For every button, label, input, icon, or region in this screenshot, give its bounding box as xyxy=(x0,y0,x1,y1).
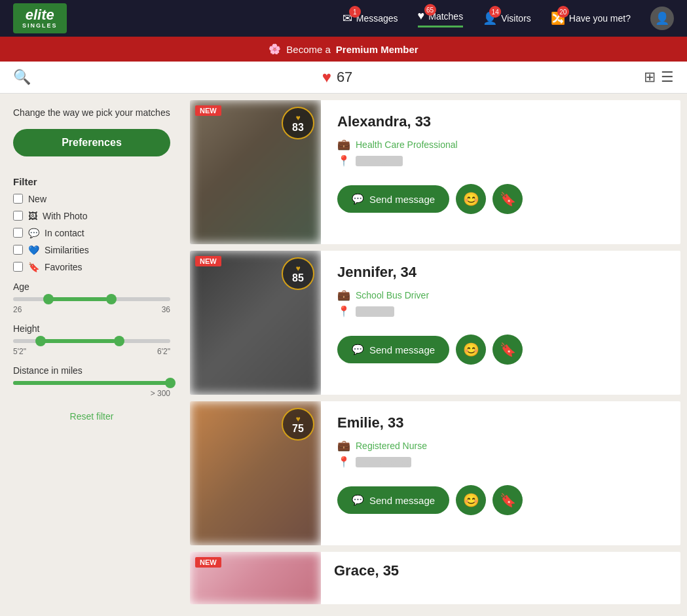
filter-in-contact[interactable]: 💬 In contact xyxy=(13,228,170,238)
match-info-alexandra: Alexandra, 33 💼 Health Care Professional… xyxy=(321,100,680,244)
user-avatar[interactable]: 👤 xyxy=(650,7,674,30)
filter-new-label: New xyxy=(28,194,46,204)
filter-similarities-label: Similarities xyxy=(45,245,89,255)
logo[interactable]: elite SINGLES xyxy=(13,3,67,33)
bookmark-button-jennifer[interactable]: 🔖 xyxy=(492,335,523,365)
briefcase-icon-alexandra: 💼 xyxy=(337,138,350,151)
match-card-jennifer: NEW ♥ 85 Jennifer, 34 💼 School Bus Drive… xyxy=(190,251,680,395)
location-blur-emilie: ●●●●●●●●●● xyxy=(356,457,411,467)
score-heart-icon-emilie: ♥ xyxy=(295,414,300,424)
nav-messages[interactable]: ✉ 1 Messages xyxy=(343,11,398,26)
job-link-emilie[interactable]: Registered Nurse xyxy=(356,441,427,451)
filter-favorites[interactable]: 🔖 Favorites xyxy=(13,262,170,272)
filter-similarities[interactable]: 💙 Similarities xyxy=(13,245,170,255)
match-info-grace: Grace, 35 xyxy=(321,552,680,604)
send-message-button-jennifer[interactable]: 💬 Send message xyxy=(337,336,449,363)
filter-in-contact-checkbox[interactable] xyxy=(13,228,23,238)
job-link-jennifer[interactable]: School Bus Driver xyxy=(356,290,429,300)
filter-new-checkbox[interactable] xyxy=(13,194,23,204)
bookmark-button-alexandra[interactable]: 🔖 xyxy=(492,184,523,214)
match-location-jennifer: 📍 ●●●●●●● xyxy=(337,305,667,317)
bookmark-button-emilie[interactable]: 🔖 xyxy=(492,485,523,515)
new-badge-grace: NEW xyxy=(195,557,221,568)
send-message-chat-icon: 💬 xyxy=(352,193,364,205)
age-slider-min-thumb[interactable] xyxy=(43,294,54,304)
height-label: Height xyxy=(13,323,170,334)
favorites-icon: 🔖 xyxy=(28,262,39,272)
heart-count-value: 67 xyxy=(337,69,352,86)
location-icon-jennifer: 📍 xyxy=(337,305,350,317)
emoji-button-emilie[interactable]: 😊 xyxy=(456,485,486,515)
match-location-emilie: 📍 ●●●●●●●●●● xyxy=(337,456,667,468)
grid-view-icon[interactable]: ⊞ xyxy=(644,69,656,86)
distance-slider-labels: > 300 xyxy=(13,389,170,398)
logo-sub: SINGLES xyxy=(22,23,58,29)
messages-badge: 1 xyxy=(349,6,361,18)
filter-title: Filter xyxy=(13,176,170,187)
location-blur-jennifer: ●●●●●●● xyxy=(356,306,394,317)
nav-visitors[interactable]: 👤 14 Visitors xyxy=(483,11,531,26)
sidebar-change-text: Change the way we pick your matches xyxy=(13,107,170,120)
nav-haveyoumet[interactable]: 🔀 20 Have you met? xyxy=(551,11,631,26)
match-photo-alexandra: NEW ♥ 83 xyxy=(190,100,321,244)
send-message-button-alexandra[interactable]: 💬 Send message xyxy=(337,185,449,213)
list-view-icon[interactable]: ☰ xyxy=(661,69,674,86)
view-toggle: ⊞ ☰ xyxy=(644,69,674,86)
similarities-icon: 💙 xyxy=(28,245,39,255)
match-card-emilie: ♥ 75 Emilie, 33 💼 Registered Nurse 📍 ●●●… xyxy=(190,401,680,545)
match-actions-alexandra: 💬 Send message 😊 🔖 xyxy=(337,184,667,214)
nav-items: ✉ 1 Messages ♥ 65 Matches 👤 14 Visitors … xyxy=(343,7,674,30)
filter-section: Filter New 🖼 With Photo 💬 In contact 💙 S… xyxy=(13,176,170,272)
filter-with-photo-checkbox[interactable] xyxy=(13,211,23,221)
preferences-button[interactable]: Preferences xyxy=(13,129,170,156)
filter-with-photo-label: With Photo xyxy=(43,211,87,221)
filter-similarities-checkbox[interactable] xyxy=(13,245,23,255)
filter-new[interactable]: New xyxy=(13,194,170,204)
score-heart-icon-jennifer: ♥ xyxy=(295,264,300,273)
location-icon-emilie: 📍 xyxy=(337,456,350,468)
match-score-jennifer: ♥ 85 xyxy=(282,257,314,290)
briefcase-icon-emilie: 💼 xyxy=(337,439,350,452)
emoji-button-alexandra[interactable]: 😊 xyxy=(456,184,486,214)
premium-bold: Premium Member xyxy=(336,44,418,55)
nav-matches[interactable]: ♥ 65 Matches xyxy=(418,9,464,27)
match-location-alexandra: 📍 ●●● ●●●●● xyxy=(337,154,667,167)
match-name-grace: Grace, 35 xyxy=(334,562,667,579)
distance-slider-fill xyxy=(13,381,170,385)
match-photo-grace: NEW xyxy=(190,552,321,604)
match-job-emilie: 💼 Registered Nurse xyxy=(337,439,667,452)
search-icon[interactable]: 🔍 xyxy=(13,69,31,86)
reset-filter-link[interactable]: Reset filter xyxy=(13,411,170,422)
emoji-button-jennifer[interactable]: 😊 xyxy=(456,335,486,365)
age-slider-labels: 26 36 xyxy=(13,305,170,314)
match-name-alexandra: Alexandra, 33 xyxy=(337,113,667,130)
visitors-badge: 14 xyxy=(489,6,501,18)
premium-flower-icon: 🌸 xyxy=(269,43,281,55)
haveyoumet-label: Have you met? xyxy=(569,13,631,24)
new-badge-jennifer: NEW xyxy=(195,256,221,266)
height-slider-fill xyxy=(37,339,115,343)
heart-count-display: ♥ 67 xyxy=(44,68,631,86)
age-max-label: 36 xyxy=(162,305,170,314)
match-actions-jennifer: 💬 Send message 😊 🔖 xyxy=(337,335,667,365)
premium-banner[interactable]: 🌸 Become a Premium Member xyxy=(0,37,687,62)
height-slider-labels: 5'2" 6'2" xyxy=(13,347,170,356)
age-slider-max-thumb[interactable] xyxy=(106,294,117,304)
job-link-alexandra[interactable]: Health Care Professional xyxy=(356,139,458,150)
premium-text: Become a xyxy=(286,44,331,55)
match-info-emilie: Emilie, 33 💼 Registered Nurse 📍 ●●●●●●●●… xyxy=(321,401,680,545)
header: elite SINGLES ✉ 1 Messages ♥ 65 Matches … xyxy=(0,0,687,37)
in-contact-icon: 💬 xyxy=(28,228,39,238)
briefcase-icon-jennifer: 💼 xyxy=(337,289,350,301)
send-message-chat-icon-emilie: 💬 xyxy=(352,494,364,506)
distance-slider-thumb[interactable] xyxy=(165,378,176,388)
new-badge-alexandra: NEW xyxy=(195,105,221,116)
filter-with-photo[interactable]: 🖼 With Photo xyxy=(13,211,170,221)
distance-filter: Distance in miles > 300 xyxy=(13,365,170,398)
height-slider-max-thumb[interactable] xyxy=(114,336,124,346)
send-message-button-emilie[interactable]: 💬 Send message xyxy=(337,486,449,514)
height-slider-track xyxy=(13,339,170,343)
filter-favorites-checkbox[interactable] xyxy=(13,262,23,272)
height-slider-min-thumb[interactable] xyxy=(35,336,46,346)
distance-slider-track xyxy=(13,381,170,385)
